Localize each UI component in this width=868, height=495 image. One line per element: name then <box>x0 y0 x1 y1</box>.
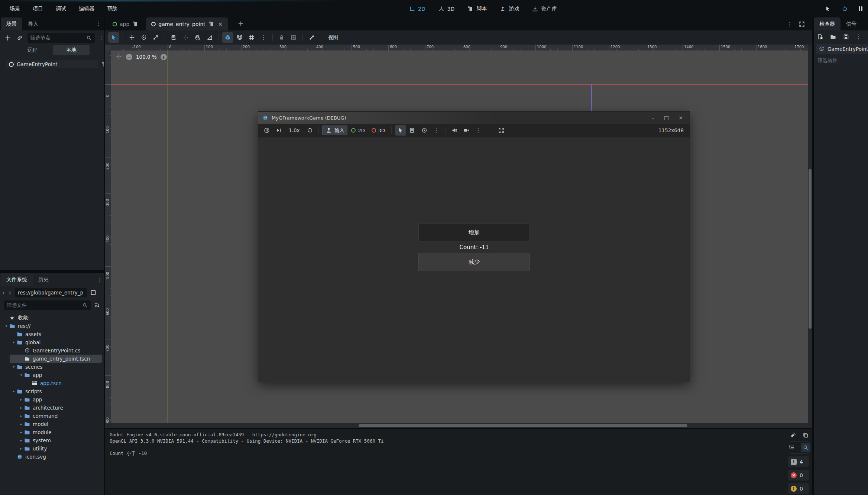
file-tree-item-global[interactable]: ▾global <box>0 338 104 346</box>
menu-1[interactable]: 项目 <box>27 4 48 14</box>
embed-fullscreen-button[interactable] <box>496 125 507 136</box>
remote-tab[interactable]: 远程 <box>14 45 50 55</box>
close-icon[interactable]: × <box>678 115 683 121</box>
zoom-out-button[interactable]: − <box>126 54 132 60</box>
scene-dock-menu-icon[interactable]: ⋮ <box>96 20 101 27</box>
clear-output-icon[interactable] <box>790 432 796 439</box>
grid-snap-button[interactable] <box>234 32 245 43</box>
tree-arrow-icon[interactable]: ▸ <box>19 398 24 401</box>
pick-options-button[interactable]: ⋮ <box>431 125 442 136</box>
scene-tab-app[interactable]: app <box>107 17 144 30</box>
path-field[interactable]: res://global/game_entry_p <box>15 288 87 297</box>
pause-icon[interactable] <box>857 5 864 13</box>
file-tree-item-app[interactable]: ▸app <box>0 395 104 404</box>
skeleton-options-button[interactable] <box>306 32 317 43</box>
expand-viewport-icon[interactable] <box>799 21 805 27</box>
camera-options-button[interactable]: ⋮ <box>473 125 484 136</box>
sort-files-icon[interactable] <box>94 302 100 309</box>
tree-arrow-icon[interactable]: ▾ <box>11 341 16 344</box>
collapse-output-icon[interactable] <box>788 444 795 451</box>
pick-2d-button[interactable]: 2D <box>348 128 367 133</box>
suspend-game-button[interactable] <box>261 125 272 136</box>
snap-options-button[interactable]: ⋮ <box>258 32 269 43</box>
file-tree-item-res[interactable]: ▾res:// <box>0 322 104 330</box>
menu-2[interactable]: 调试 <box>51 4 71 14</box>
search-output-button[interactable] <box>801 443 810 452</box>
scene-dock-options-icon[interactable]: ⋮ <box>98 35 104 41</box>
file-tree-item-command[interactable]: ▸command <box>0 412 104 420</box>
filesystem-menu-icon[interactable]: ⋮ <box>97 277 102 283</box>
local-tab[interactable]: 本地 <box>53 45 90 55</box>
rotate-tool-button[interactable] <box>138 32 149 43</box>
group-selected-button[interactable] <box>288 32 299 43</box>
tree-arrow-icon[interactable]: ▸ <box>19 422 24 426</box>
back-icon[interactable]: ‹ <box>0 289 7 296</box>
filter-files-input[interactable]: 筛选文件 <box>4 300 91 310</box>
instance-scene-icon[interactable] <box>16 35 23 41</box>
copy-output-icon[interactable] <box>802 432 809 439</box>
file-tree-item-app.tscn[interactable]: app.tscn <box>0 379 104 387</box>
menu-0[interactable]: 场景 <box>4 4 25 14</box>
move-tool-button[interactable] <box>126 32 137 43</box>
tab-历史[interactable]: 历史 <box>33 273 54 286</box>
dock-divider[interactable] <box>104 17 105 495</box>
scene-tab-game_entry_point[interactable]: game_entry_point× <box>146 17 228 30</box>
tab-检查器[interactable]: 检查器 <box>814 17 841 30</box>
workspace-游戏[interactable]: 游戏 <box>499 6 519 12</box>
game-window-titlebar[interactable]: MyGFrameworkGame (DEBUG) – □ × <box>258 112 690 124</box>
tree-arrow-icon[interactable]: ▸ <box>19 430 24 434</box>
camera-override-button[interactable] <box>461 125 472 136</box>
file-tree-item-utility[interactable]: ▸utility <box>0 444 104 453</box>
tab-导入[interactable]: 导入 <box>22 17 44 30</box>
workspace-2d[interactable]: 2D <box>409 6 425 12</box>
focus-picked-button[interactable] <box>419 125 430 136</box>
view-menu[interactable]: 视图 <box>324 34 342 41</box>
measure-tool-button[interactable] <box>204 32 215 43</box>
tree-arrow-icon[interactable]: ▸ <box>19 406 24 410</box>
restart-icon[interactable] <box>841 5 848 13</box>
pick-3d-button[interactable]: 3D <box>369 128 388 133</box>
list-select-button[interactable] <box>168 32 179 43</box>
file-tree-item-scenes[interactable]: ▾scenes <box>0 363 104 371</box>
pan-tool-button[interactable] <box>192 32 203 43</box>
maximize-icon[interactable]: □ <box>664 115 669 121</box>
file-tree-item-architecture[interactable]: ▸architecture <box>0 404 104 412</box>
new-resource-icon[interactable] <box>817 33 823 40</box>
split-view-icon[interactable] <box>90 289 97 296</box>
tab-场景[interactable]: 场景 <box>1 17 22 30</box>
vscroll-thumb[interactable] <box>809 169 812 329</box>
file-tree-item-system[interactable]: ▸system <box>0 436 104 444</box>
filter-nodes-input[interactable]: 筛选节点 <box>27 33 95 43</box>
warning-count-badge[interactable]: !0 <box>788 483 809 494</box>
inspected-object[interactable]: GameEntryPoint. <box>816 44 868 54</box>
tree-arrow-icon[interactable]: ▾ <box>11 365 16 369</box>
pick-list-button[interactable] <box>407 125 418 136</box>
scale-tool-button[interactable] <box>150 32 161 43</box>
pick-mode-icon[interactable] <box>824 5 832 13</box>
filter-properties-input[interactable]: 筛选属性 <box>817 57 838 64</box>
add-scene-tab-button[interactable]: + <box>238 19 244 27</box>
mute-game-audio-button[interactable] <box>449 125 460 136</box>
workspace-脚本[interactable]: 脚本 <box>467 6 487 12</box>
input-mode-button[interactable]: 输入 <box>322 126 347 135</box>
zoom-level[interactable]: 100.0 % <box>136 54 157 60</box>
hscroll-thumb[interactable] <box>359 424 687 427</box>
tree-arrow-icon[interactable]: ▾ <box>11 390 16 393</box>
tab-文件系统[interactable]: 文件系统 <box>1 273 33 286</box>
file-tree-item-gameentrypoint.tscn[interactable]: game_entry_point.tscn <box>0 355 104 363</box>
scene-tree-root-node[interactable]: GameEntryPoint <box>6 60 98 68</box>
tree-arrow-icon[interactable]: ▾ <box>4 324 9 328</box>
dock-divider[interactable] <box>0 270 104 273</box>
file-tree-item-scripts[interactable]: ▾scripts <box>0 387 104 395</box>
tab-信号[interactable]: 信号 <box>841 17 862 30</box>
menu-3[interactable]: 编辑器 <box>74 4 100 14</box>
zoom-in-button[interactable]: + <box>161 54 167 60</box>
forward-icon[interactable]: › <box>7 289 13 296</box>
message-count-badge[interactable]: !4 <box>788 456 809 467</box>
scene-tabs-menu-icon[interactable]: ⋮ <box>787 21 793 27</box>
pick-node-button[interactable] <box>395 125 406 136</box>
time-scale[interactable]: 1.0x <box>285 127 303 133</box>
select-tool-button[interactable] <box>108 32 119 43</box>
lock-selected-button[interactable] <box>276 32 287 43</box>
tree-arrow-icon[interactable]: ▸ <box>19 447 24 450</box>
